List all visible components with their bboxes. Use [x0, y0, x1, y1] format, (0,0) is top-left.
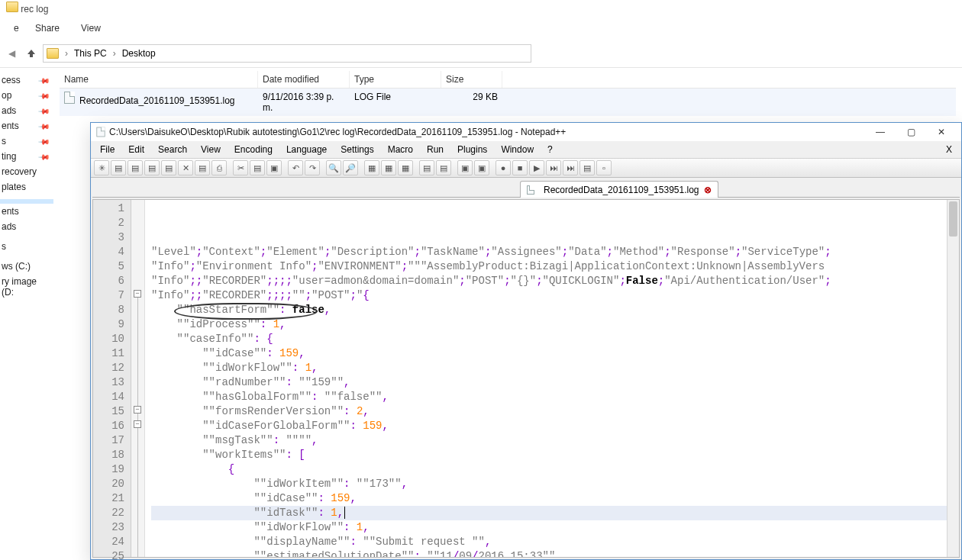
toolbar-button-33[interactable]: ⏭ [563, 160, 578, 175]
toolbar-button-6[interactable]: ▤ [195, 160, 210, 175]
line-number: 4 [93, 245, 124, 259]
menu-[interactable]: ? [541, 143, 559, 156]
quick-access-item[interactable]: plates [0, 179, 53, 195]
close-all-tabs-button[interactable]: X [940, 143, 958, 156]
line-number: 17 [93, 433, 124, 448]
toolbar-button-32[interactable]: ⏭ [546, 160, 561, 175]
quick-access-item[interactable]: op📌 [0, 88, 53, 103]
toolbar-button-35[interactable]: ▫ [596, 160, 612, 175]
toolbar-button-21[interactable]: ▦ [398, 160, 413, 175]
toolbar-button-17[interactable]: 🔎 [343, 160, 358, 175]
menu-plugins[interactable]: Plugins [451, 143, 493, 156]
menu-settings[interactable]: Settings [334, 143, 379, 156]
line-number-gutter: 1234567891011121314151617181920212223242… [93, 200, 131, 557]
toolbar-button-27[interactable]: ▣ [474, 160, 489, 175]
breadcrumb-segment[interactable]: Desktop [122, 48, 156, 59]
editor-area: 1234567891011121314151617181920212223242… [92, 199, 960, 558]
toolbar-button-26[interactable]: ▣ [457, 160, 473, 175]
line-number: 8 [93, 303, 124, 317]
menu-window[interactable]: Window [495, 143, 540, 156]
line-number: 7 [93, 288, 124, 303]
ribbon-tab-file[interactable]: e [3, 20, 24, 37]
toolbar-button-4[interactable]: ▤ [161, 160, 176, 175]
editor-tab-strip[interactable]: RecordedData_20161109_153951.log ⊗ [91, 178, 961, 198]
scrollbar-thumb[interactable] [949, 201, 957, 237]
quick-access-item[interactable]: ws (C:) [0, 259, 53, 274]
toolbar-button-31[interactable]: ▶ [529, 160, 544, 175]
breadcrumb[interactable]: › This PC › Desktop [43, 44, 531, 63]
quick-access-item[interactable]: ents [0, 204, 53, 219]
menu-search[interactable]: Search [152, 143, 193, 156]
toolbar-button-1[interactable]: ▤ [111, 160, 126, 175]
quick-access-item[interactable]: ads📌 [0, 103, 53, 118]
quick-access-item[interactable]: ting📌 [0, 149, 53, 164]
file-row[interactable]: RecordedData_20161109_153951.log 9/11/20… [60, 89, 956, 116]
quick-access-item[interactable]: ents📌 [0, 118, 53, 134]
col-type[interactable]: Type [350, 71, 441, 88]
vertical-scrollbar[interactable] [947, 200, 959, 557]
toolbar[interactable]: ✳▤▤▤▤✕▤⎙✂▤▣↶↷🔍🔎▦▦▦▤▤▣▣●■▶⏭⏭▤▫ [91, 158, 961, 178]
menu-macro[interactable]: Macro [382, 143, 419, 156]
toolbar-button-5[interactable]: ✕ [178, 160, 193, 175]
fold-toggle[interactable]: − [134, 406, 141, 414]
toolbar-button-34[interactable]: ▤ [579, 160, 595, 175]
col-date[interactable]: Date modified [258, 71, 350, 88]
minimize-button[interactable]: — [865, 124, 896, 140]
close-button[interactable]: ✕ [926, 124, 957, 140]
nav-up-button[interactable] [23, 45, 40, 62]
toolbar-button-19[interactable]: ▦ [364, 160, 379, 175]
ribbon-tab-share[interactable]: Share [24, 20, 70, 37]
toolbar-button-20[interactable]: ▦ [381, 160, 396, 175]
quick-access-item[interactable]: ads [0, 219, 53, 234]
ribbon-tab-view[interactable]: View [70, 20, 111, 37]
file-list-header[interactable]: Name Date modified Type Size [60, 71, 956, 89]
explorer-title: rec log [0, 0, 962, 17]
col-name[interactable]: Name [60, 71, 258, 88]
maximize-button[interactable]: ▢ [896, 124, 926, 140]
code-line: "Level";"Context";"Element";"Description… [151, 245, 956, 259]
toolbar-separator [283, 160, 286, 175]
code-line: "Info";;"RECORDER";;;;"";"POST";"{ [151, 288, 956, 303]
explorer-title-text: rec log [21, 4, 48, 14]
menu-edit[interactable]: Edit [122, 143, 150, 156]
toolbar-button-29[interactable]: ● [496, 160, 511, 175]
fold-toggle[interactable]: − [134, 420, 141, 428]
toolbar-separator [321, 160, 324, 175]
toolbar-button-0[interactable]: ✳ [94, 160, 109, 175]
nav-back-button[interactable]: ◀ [3, 45, 20, 62]
toolbar-button-24[interactable]: ▤ [436, 160, 451, 175]
menu-view[interactable]: View [195, 143, 227, 156]
quick-access-item[interactable]: recovery [0, 164, 53, 179]
breadcrumb-segment[interactable]: This PC [74, 48, 107, 59]
toolbar-button-2[interactable]: ▤ [128, 160, 143, 175]
chevron-right-icon: › [110, 48, 119, 59]
menu-language[interactable]: Language [280, 143, 333, 156]
toolbar-button-11[interactable]: ▣ [266, 160, 282, 175]
quick-access-item[interactable]: s [0, 239, 53, 254]
col-size[interactable]: Size [441, 71, 502, 88]
menu-bar[interactable]: FileEditSearchViewEncodingLanguageSettin… [91, 141, 961, 158]
quick-access-item[interactable]: s📌 [0, 134, 53, 149]
toolbar-button-7[interactable]: ⎙ [211, 160, 227, 175]
explorer-quick-access[interactable]: cess📌op📌ads📌ents📌s📌ting📌 recoveryplatese… [0, 68, 53, 560]
toolbar-button-14[interactable]: ↷ [305, 160, 320, 175]
toolbar-button-3[interactable]: ▤ [144, 160, 160, 175]
menu-encoding[interactable]: Encoding [228, 143, 279, 156]
fold-toggle[interactable]: − [134, 290, 141, 298]
menu-file[interactable]: File [94, 143, 121, 156]
toolbar-button-13[interactable]: ↶ [288, 160, 303, 175]
toolbar-button-16[interactable]: 🔍 [326, 160, 341, 175]
quick-access-item[interactable]: cess📌 [0, 72, 53, 88]
code-view[interactable]: "Level";"Context";"Element";"Description… [145, 200, 959, 557]
quick-access-item[interactable]: ry image (D: [0, 274, 53, 300]
toolbar-button-9[interactable]: ✂ [233, 160, 248, 175]
editor-tab-active[interactable]: RecordedData_20161109_153951.log ⊗ [520, 181, 718, 198]
toolbar-button-30[interactable]: ■ [512, 160, 528, 175]
line-number: 9 [93, 317, 124, 332]
menu-run[interactable]: Run [421, 143, 450, 156]
toolbar-button-23[interactable]: ▤ [419, 160, 434, 175]
toolbar-button-10[interactable]: ▤ [250, 160, 265, 175]
fold-gutter[interactable]: −−− [131, 200, 145, 557]
close-tab-icon[interactable]: ⊗ [704, 185, 712, 195]
window-titlebar[interactable]: C:\Users\DaisukeO\Desktop\Rubik autotest… [91, 123, 961, 141]
